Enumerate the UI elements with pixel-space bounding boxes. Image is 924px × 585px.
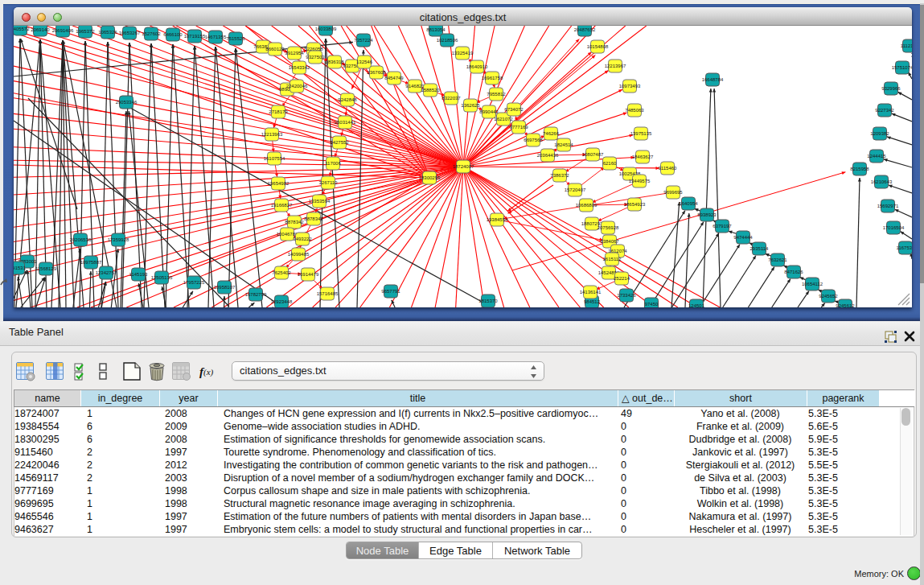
svg-text:746266: 746266 xyxy=(543,131,560,136)
svg-text:1965372: 1965372 xyxy=(76,29,95,34)
svg-text:13325419: 13325419 xyxy=(452,51,474,56)
svg-text:13975135: 13975135 xyxy=(630,131,652,136)
svg-text:9699695: 9699695 xyxy=(663,190,683,195)
svg-text:16543342: 16543342 xyxy=(289,65,310,70)
svg-text:9327503: 9327503 xyxy=(306,55,325,60)
svg-text:124501: 124501 xyxy=(688,303,705,307)
svg-text:1244415: 1244415 xyxy=(867,154,886,159)
svg-text:9427552: 9427552 xyxy=(330,140,349,145)
svg-text:9245652: 9245652 xyxy=(819,294,838,299)
svg-text:8660123: 8660123 xyxy=(265,47,285,51)
svg-text:12923448: 12923448 xyxy=(271,299,293,304)
svg-text:6379197: 6379197 xyxy=(713,224,732,229)
svg-text:7625402: 7625402 xyxy=(272,270,291,275)
svg-text:10686809: 10686809 xyxy=(576,203,598,208)
svg-text:3912954: 3912954 xyxy=(285,51,304,56)
svg-text:16914479: 16914479 xyxy=(298,272,319,277)
svg-text:16961758: 16961758 xyxy=(482,76,503,80)
svg-text:14136141: 14136141 xyxy=(580,290,602,295)
svg-text:1621072: 1621072 xyxy=(494,117,513,122)
svg-text:8990443: 8990443 xyxy=(479,109,499,114)
svg-text:62160: 62160 xyxy=(603,161,617,166)
svg-text:20756928: 20756928 xyxy=(598,225,619,230)
svg-text:7386372: 7386372 xyxy=(550,173,569,178)
svg-text:13353594: 13353594 xyxy=(309,199,331,204)
svg-text:1836318: 1836318 xyxy=(325,60,344,64)
svg-text:18300295: 18300295 xyxy=(419,175,441,180)
svg-text:20691406: 20691406 xyxy=(52,28,74,33)
svg-text:10958107: 10958107 xyxy=(214,285,236,290)
svg-text:10653267: 10653267 xyxy=(119,31,141,35)
svg-text:16107554: 16107554 xyxy=(264,156,285,161)
svg-text:1362625: 1362625 xyxy=(461,103,480,108)
svg-text:20364436: 20364436 xyxy=(537,153,559,158)
svg-text:17359928: 17359928 xyxy=(108,237,129,242)
svg-text:16648784: 16648784 xyxy=(702,77,724,82)
svg-text:7632621: 7632621 xyxy=(768,257,787,262)
svg-text:8215958: 8215958 xyxy=(850,167,869,171)
svg-text:7357224: 7357224 xyxy=(354,38,373,43)
svg-text:6384067: 6384067 xyxy=(600,239,619,244)
svg-text:15720407: 15720407 xyxy=(565,187,586,192)
svg-text:18654923: 18654923 xyxy=(624,202,646,207)
svg-text:15751074: 15751074 xyxy=(892,65,912,70)
svg-text:7515526: 7515526 xyxy=(226,36,245,41)
svg-text:10975887: 10975887 xyxy=(80,260,102,265)
svg-text:1824514: 1824514 xyxy=(554,142,573,147)
svg-text:15716485: 15716485 xyxy=(317,291,339,296)
svg-text:10807487: 10807487 xyxy=(582,152,604,157)
svg-text:16782759: 16782759 xyxy=(245,292,267,297)
svg-text:22420046: 22420046 xyxy=(286,84,308,89)
svg-text:10154808: 10154808 xyxy=(587,44,609,49)
svg-text:1640954: 1640954 xyxy=(679,201,698,206)
svg-text:14099485: 14099485 xyxy=(288,252,310,257)
svg-text:2718179: 2718179 xyxy=(269,109,288,114)
svg-text:17016504: 17016504 xyxy=(883,225,905,230)
svg-text:19654982: 19654982 xyxy=(268,181,290,186)
svg-text:9474444: 9474444 xyxy=(733,235,753,240)
svg-text:19166827: 19166827 xyxy=(271,203,293,208)
svg-text:7955812: 7955812 xyxy=(487,92,506,97)
svg-text:18463627: 18463627 xyxy=(632,154,654,159)
svg-text:132546: 132546 xyxy=(356,60,373,64)
svg-text:14671355: 14671355 xyxy=(205,35,227,39)
svg-text:6466100: 6466100 xyxy=(163,32,183,37)
svg-text:16210643: 16210643 xyxy=(871,179,893,184)
svg-text:1065326: 1065326 xyxy=(98,30,117,35)
svg-text:8813054: 8813054 xyxy=(426,27,446,32)
svg-text:13449575: 13449575 xyxy=(629,179,651,183)
svg-text:17957225: 17957225 xyxy=(183,280,205,285)
svg-text:9777169: 9777169 xyxy=(509,125,528,130)
svg-text:8938923: 8938923 xyxy=(697,212,717,217)
svg-text:10973493: 10973493 xyxy=(619,84,641,89)
svg-text:8471626: 8471626 xyxy=(784,270,803,274)
svg-text:1733426: 1733426 xyxy=(617,293,636,298)
svg-text:6734072: 6734072 xyxy=(504,107,524,112)
svg-text:1405572: 1405572 xyxy=(14,27,30,31)
svg-text:6697568: 6697568 xyxy=(524,138,543,142)
svg-text:10218506: 10218506 xyxy=(437,38,458,43)
svg-text:18640910: 18640910 xyxy=(466,64,488,69)
svg-text:9115460: 9115460 xyxy=(659,166,678,171)
svg-text:19384554: 19384554 xyxy=(487,217,508,222)
svg-text:16033809: 16033809 xyxy=(315,27,337,31)
svg-text:10719155: 10719155 xyxy=(184,34,206,39)
svg-text:26031441: 26031441 xyxy=(335,120,356,125)
svg-text:1145193: 1145193 xyxy=(129,272,149,277)
svg-text:252214: 252214 xyxy=(614,276,630,281)
svg-text:8322037: 8322037 xyxy=(441,96,461,101)
svg-text:1615112: 1615112 xyxy=(603,257,622,262)
svg-text:9329966: 9329966 xyxy=(881,86,901,91)
svg-text:1167531: 1167531 xyxy=(897,245,912,250)
svg-text:20206536: 20206536 xyxy=(70,237,92,242)
svg-text:29053346: 29053346 xyxy=(116,100,138,105)
svg-text:9227342: 9227342 xyxy=(875,108,894,113)
svg-text:97450: 97450 xyxy=(645,302,659,307)
svg-text:1112131: 1112131 xyxy=(901,43,912,48)
svg-text:191531: 191531 xyxy=(14,266,27,270)
svg-text:117006: 117006 xyxy=(325,161,341,166)
svg-text:11568129: 11568129 xyxy=(35,266,57,271)
svg-text:984512: 984512 xyxy=(584,299,601,304)
svg-text:9245612: 9245612 xyxy=(836,303,855,307)
svg-text:10654112: 10654112 xyxy=(802,282,823,286)
